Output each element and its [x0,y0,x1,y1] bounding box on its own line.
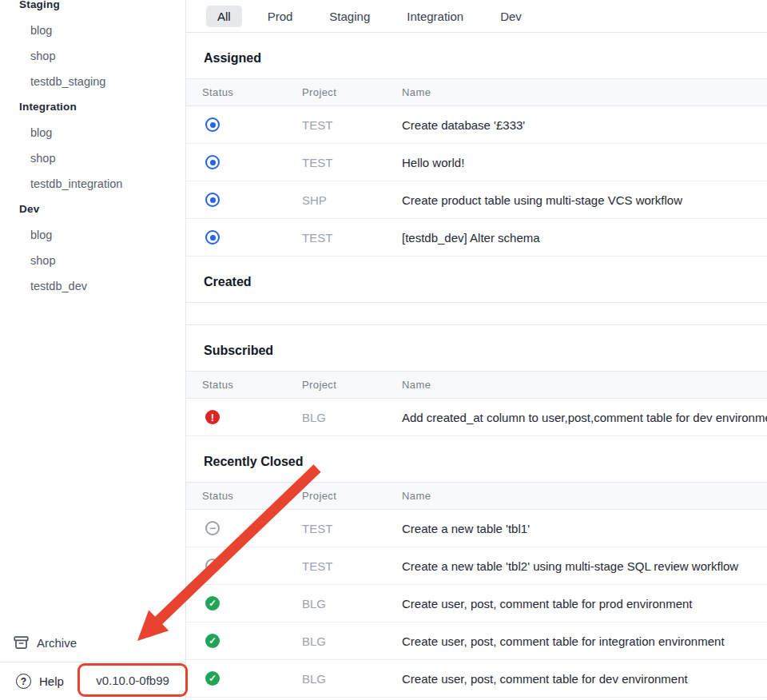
project-cell: BLG [286,672,386,686]
issue-name-cell: Create product table using multi-stage V… [386,193,767,207]
project-cell: SHP [286,193,386,207]
status-cell [186,117,286,132]
issue-sections: AssignedStatusProjectNameTESTCreate data… [186,33,767,698]
archive-icon [14,636,29,650]
column-header-project: Project [286,86,386,98]
tab-integration[interactable]: Integration [395,6,475,27]
section-title: Assigned [186,33,767,78]
version-badge[interactable]: v0.10.0-0fb99 [77,662,188,700]
issue-name-cell: Hello world! [386,156,767,169]
section-title: Recently Closed [186,436,767,482]
help-button[interactable]: Help [39,674,64,688]
empty-table-band [186,302,767,325]
tree-item-database[interactable]: testdb_dev [0,273,185,299]
tree-item-database[interactable]: blog [0,222,185,248]
tree-item-database[interactable]: shop [0,145,185,171]
tab-staging[interactable]: Staging [318,6,381,27]
attention-status-icon: ! [205,410,220,424]
column-header-status: Status [186,379,286,391]
tree-environment-label: Integration [0,94,185,120]
tree-item-database[interactable]: testdb_integration [0,171,185,197]
issue-row[interactable]: !BLGAdd created_at column to user,post,c… [186,399,767,436]
open-status-icon [205,230,220,245]
status-cell [186,155,286,169]
open-status-icon [205,155,220,169]
issue-row[interactable]: ✓BLGCreate user, post, comment table for… [186,622,767,660]
database-tree: Stagingblogshoptestdb_stagingIntegration… [0,0,185,299]
issue-name-cell: Add created_at column to user,post,comme… [386,411,767,424]
archive-label: Archive [37,636,77,650]
issue-name-cell: Create a new table 'tbl1' [386,522,767,535]
issue-name-cell: Create user, post, comment table for dev… [386,672,767,686]
project-cell: TEST [286,522,386,535]
archive-button[interactable]: Archive [0,624,185,662]
issue-row[interactable]: −TESTCreate a new table 'tbl2' using mul… [186,547,767,585]
column-header-project: Project [286,379,386,391]
tab-dev[interactable]: Dev [489,6,533,27]
tree-item-database[interactable]: shop [0,43,185,69]
status-cell: ✓ [186,671,286,686]
status-cell: − [186,521,286,535]
status-cell: ✓ [186,634,286,648]
help-icon[interactable]: ? [16,674,31,689]
project-cell: BLG [286,597,386,611]
done-status-icon: ✓ [205,671,220,686]
issue-row[interactable]: SHPCreate product table using multi-stag… [186,181,767,219]
column-header-name: Name [386,379,767,391]
section-title: Subscribed [186,325,767,371]
tab-prod[interactable]: Prod [256,6,304,27]
issue-name-cell: Create user, post, comment table for pro… [386,597,767,611]
table-header: StatusProjectName [186,78,767,106]
status-cell: ! [186,410,286,424]
canceled-status-icon: − [205,559,220,573]
done-status-icon: ✓ [205,634,220,648]
status-cell [186,193,286,207]
project-cell: BLG [286,411,386,424]
open-status-icon [205,193,220,207]
tree-item-database[interactable]: testdb_staging [0,69,185,94]
column-header-name: Name [386,490,767,502]
status-cell: − [186,559,286,573]
issue-row[interactable]: −TESTCreate a new table 'tbl1' [186,510,767,547]
open-status-icon [205,117,220,132]
project-cell: TEST [286,559,386,573]
environment-tab-bar: AllProdStagingIntegrationDev [186,0,767,33]
column-header-status: Status [186,490,286,502]
section-title: Created [186,257,767,302]
issue-name-cell: Create a new table 'tbl2' using multi-st… [386,559,767,573]
tree-environment-label: Staging [0,0,185,18]
issue-row[interactable]: ✓BLGCreate user, post, comment table for… [186,660,767,698]
issue-name-cell: [testdb_dev] Alter schema [386,231,767,245]
status-cell: ✓ [186,596,286,611]
canceled-status-icon: − [205,521,220,535]
tree-item-database[interactable]: blog [0,120,185,145]
done-status-icon: ✓ [205,596,220,611]
column-header-project: Project [286,490,386,502]
issue-row[interactable]: ✓BLGCreate user, post, comment table for… [186,585,767,622]
tree-item-database[interactable]: blog [0,18,185,43]
issue-row[interactable]: TESTHello world! [186,144,767,181]
issue-row[interactable]: TESTCreate database '£333' [186,106,767,144]
project-cell: TEST [286,118,386,132]
status-cell [186,230,286,245]
project-cell: TEST [286,156,386,169]
tree-environment-label: Dev [0,197,185,222]
column-header-name: Name [386,86,767,98]
project-cell: TEST [286,231,386,245]
main-content: AllProdStagingIntegrationDev AssignedSta… [186,0,767,700]
table-header: StatusProjectName [186,482,767,510]
tab-all[interactable]: All [206,6,242,27]
sidebar: Stagingblogshoptestdb_stagingIntegration… [0,0,186,700]
project-cell: BLG [286,634,386,648]
issue-name-cell: Create user, post, comment table for int… [386,634,767,648]
column-header-status: Status [186,86,286,98]
issue-name-cell: Create database '£333' [386,118,767,132]
tree-item-database[interactable]: shop [0,248,185,273]
issue-row[interactable]: TEST[testdb_dev] Alter schema [186,219,767,257]
table-header: StatusProjectName [186,371,767,399]
